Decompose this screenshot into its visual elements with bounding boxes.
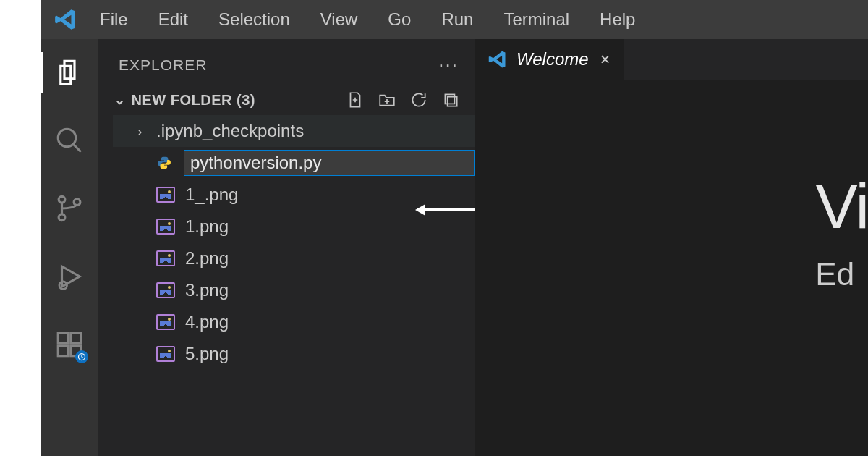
svg-rect-10 xyxy=(445,94,454,104)
branch-icon xyxy=(54,193,85,224)
close-icon[interactable]: × xyxy=(597,49,610,69)
explorer-title: EXPLORER xyxy=(119,56,207,74)
menu-view[interactable]: View xyxy=(307,5,371,34)
explorer-more-icon[interactable]: ··· xyxy=(438,54,459,76)
vscode-logo-icon xyxy=(488,49,508,69)
image-file-icon xyxy=(156,185,175,204)
files-icon xyxy=(54,57,85,88)
tree-file[interactable]: › 2.png xyxy=(113,242,475,274)
new-folder-icon[interactable] xyxy=(378,90,396,109)
tree-label: 1.png xyxy=(185,216,229,237)
activity-search[interactable] xyxy=(41,120,98,161)
menu-go[interactable]: Go xyxy=(375,5,424,34)
menu-help[interactable]: Help xyxy=(587,5,648,34)
svg-point-2 xyxy=(59,214,65,221)
activity-run-debug[interactable] xyxy=(41,256,98,297)
menu-terminal[interactable]: Terminal xyxy=(490,5,582,34)
image-file-icon xyxy=(156,249,175,268)
folder-header[interactable]: ⌄ NEW FOLDER (3) xyxy=(98,83,475,115)
activity-source-control[interactable] xyxy=(41,188,98,229)
editor-area: Welcome × Vi Ed xyxy=(475,39,868,456)
menu-edit[interactable]: Edit xyxy=(145,5,201,34)
welcome-headline: Vi xyxy=(815,169,868,243)
tree-label: 3.png xyxy=(185,280,229,300)
image-file-icon xyxy=(156,281,175,300)
tree-label: 1_.png xyxy=(185,185,238,205)
tree-folder-checkpoints[interactable]: › .ipynb_checkpoints xyxy=(113,115,475,147)
chevron-down-icon: ⌄ xyxy=(114,92,126,108)
tab-title: Welcome xyxy=(516,49,589,69)
menubar: File Edit Selection View Go Run Terminal… xyxy=(41,0,868,39)
collapse-all-icon[interactable] xyxy=(441,90,460,109)
tree-file[interactable]: › 5.png xyxy=(113,338,475,370)
svg-point-0 xyxy=(58,129,76,147)
activity-extensions[interactable] xyxy=(41,324,98,365)
explorer-sidebar: EXPLORER ··· ⌄ NEW FOLDER (3) › . xyxy=(98,39,475,456)
svg-rect-8 xyxy=(71,333,81,343)
chevron-right-icon: › xyxy=(133,123,146,140)
file-tree: › .ipynb_checkpoints › › 1_.png › xyxy=(98,115,475,370)
welcome-page: Vi Ed xyxy=(815,169,868,292)
python-file-icon xyxy=(155,153,174,172)
image-file-icon xyxy=(156,345,175,363)
refresh-icon[interactable] xyxy=(409,90,428,109)
tree-label: .ipynb_checkpoints xyxy=(156,121,304,141)
welcome-subhead: Ed xyxy=(815,256,868,292)
image-file-icon xyxy=(156,313,175,332)
clock-badge-icon xyxy=(75,350,88,363)
svg-rect-11 xyxy=(448,97,457,106)
svg-point-3 xyxy=(74,199,80,206)
tree-file[interactable]: › 4.png xyxy=(113,306,475,338)
tree-file[interactable]: › 1.png xyxy=(113,211,475,242)
svg-rect-5 xyxy=(58,333,68,343)
folder-name: NEW FOLDER (3) xyxy=(132,92,255,109)
menu-file[interactable]: File xyxy=(87,5,141,34)
activity-bar xyxy=(41,39,98,456)
new-file-icon[interactable] xyxy=(346,90,365,109)
tree-label: 2.png xyxy=(185,248,229,269)
search-icon xyxy=(54,125,85,156)
tab-bar: Welcome × xyxy=(475,39,868,80)
play-bug-icon xyxy=(54,261,85,292)
menu-selection[interactable]: Selection xyxy=(205,5,303,34)
vscode-logo-icon xyxy=(49,7,82,32)
tree-label: 4.png xyxy=(185,312,229,332)
svg-rect-6 xyxy=(58,346,68,356)
svg-point-1 xyxy=(59,196,65,203)
new-file-name-input[interactable] xyxy=(184,150,475,176)
image-file-icon xyxy=(156,217,175,236)
menu-run[interactable]: Run xyxy=(428,5,486,34)
tree-file[interactable]: › 3.png xyxy=(113,274,475,306)
vscode-window: File Edit Selection View Go Run Terminal… xyxy=(41,0,868,456)
tree-file-editing[interactable]: › xyxy=(113,147,475,179)
tree-label: 5.png xyxy=(185,344,229,364)
tab-welcome[interactable]: Welcome × xyxy=(475,39,624,80)
activity-explorer[interactable] xyxy=(41,52,98,93)
tree-file[interactable]: › 1_.png xyxy=(113,179,475,211)
